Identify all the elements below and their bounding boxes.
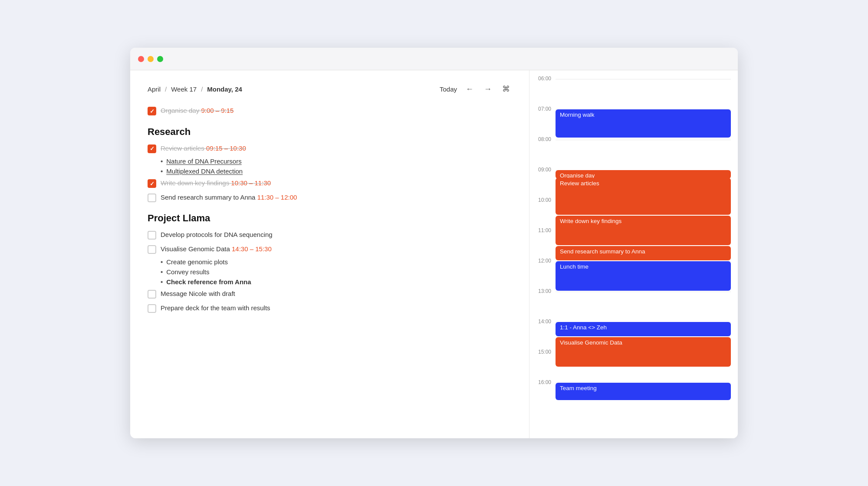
sep1: / [165,85,167,93]
nav-controls: Today ← → ⌘ [440,82,512,95]
maximize-button[interactable] [157,56,163,62]
checkbox-send-summary[interactable] [148,194,156,202]
hour-line-13 [556,292,731,292]
cal-event-morning-walk[interactable]: Morning walk [556,109,731,138]
review-articles-subitems: • Nature of DNA Precursors • Multiplexed… [161,158,512,175]
cal-event-lunch-cal[interactable]: Lunch time [556,261,731,291]
checkbox-visualise-genomic[interactable] [148,245,156,254]
task-visualise-genomic-label: Visualise Genomic Data 14:30 – 15:30 [161,244,272,254]
time-label-12: 12:00 [530,258,551,264]
task-message-nicole: Message Nicole with draft [148,289,512,299]
bullet-genomic-plots-label: Create genomic plots [166,258,228,266]
bullet-nature-dna: • Nature of DNA Precursors [161,158,512,165]
bullet-genomic-plots: • Create genomic plots [161,258,512,266]
task-send-summary: Send research summary to Anna 11:30 – 12… [148,193,512,203]
time-label-8: 08:00 [530,136,551,142]
bullet-nature-dna-label: Nature of DNA Precursors [166,158,241,165]
task-develop-protocols: Develop protocols for DNA sequencing [148,230,512,240]
time-label-16: 16:00 [530,379,551,385]
task-review-articles-label: Review articles 09:15 – 10:30 [161,144,246,154]
traffic-lights [138,56,163,62]
time-label-7: 07:00 [530,106,551,112]
section-project-llama: Project Llama [148,213,512,224]
task-organise-day-label: Organise day 9:00 – 9:15 [161,106,233,116]
time-label-11: 11:00 [530,227,551,233]
task-write-findings-label: Write down key findings 10:30 – 11:30 [161,178,271,188]
next-button[interactable]: → [482,83,493,95]
sep2: / [201,85,203,93]
task-organise-day: Organise day 9:00 – 9:15 [148,106,512,116]
close-button[interactable] [138,56,144,62]
cal-event-anna-zeh-cal[interactable]: 1:1 - Anna <> Zeh [556,322,731,336]
task-prepare-deck: Prepare deck for the team with results [148,303,512,313]
task-visualise-genomic: Visualise Genomic Data 14:30 – 15:30 [148,244,512,254]
task-organise-day-time: 9:00 – 9:15 [201,107,233,114]
breadcrumb-month[interactable]: April [148,85,161,93]
time-label-13: 13:00 [530,288,551,294]
cal-event-send-summary-cal[interactable]: Send research summary to Anna [556,246,731,260]
task-send-summary-label: Send research summary to Anna 11:30 – 12… [161,193,297,203]
time-label-6: 06:00 [530,76,551,82]
left-panel: April / Week 17 / Monday, 24 Today ← → ⌘… [130,70,529,438]
visualise-genomic-subitems: • Create genomic plots • Convey results … [161,258,512,286]
hour-line-6 [556,79,731,79]
today-button[interactable]: Today [440,85,457,93]
bullet-check-reference: • Check reference from Anna [161,278,512,286]
checkbox-write-findings[interactable] [148,179,156,188]
cal-event-team-meeting-cal[interactable]: Team meeting [556,383,731,400]
bullet-multiplexed-dna-label: Multiplexed DNA detection [166,167,243,175]
titlebar [130,48,738,70]
breadcrumb-week[interactable]: Week 17 [171,85,197,93]
bullet-check-reference-label: Check reference from Anna [166,278,251,286]
hour-line-8 [556,140,731,140]
checkbox-message-nicole[interactable] [148,290,156,299]
task-review-articles: Review articles 09:15 – 10:30 [148,144,512,154]
time-label-10: 10:00 [530,197,551,203]
time-label-15: 15:00 [530,349,551,355]
app-window: April / Week 17 / Monday, 24 Today ← → ⌘… [130,48,738,438]
right-panel: 06:0007:0008:0009:0010:0011:0012:0013:00… [529,70,738,438]
task-develop-protocols-label: Develop protocols for DNA sequencing [161,230,273,240]
bullet-convey-results: • Convey results [161,268,512,276]
checkbox-organise-day[interactable] [148,107,156,115]
task-prepare-deck-label: Prepare deck for the team with results [161,303,270,313]
time-label-9: 09:00 [530,167,551,173]
command-button[interactable]: ⌘ [500,82,512,95]
time-label-14: 14:00 [530,319,551,325]
bullet-multiplexed-dna: • Multiplexed DNA detection [161,167,512,175]
prev-button[interactable]: ← [464,83,475,95]
calendar-body-container: 06:0007:0008:0009:0010:0011:0012:0013:00… [529,70,738,417]
task-message-nicole-label: Message Nicole with draft [161,289,235,299]
breadcrumb: April / Week 17 / Monday, 24 Today ← → ⌘ [148,82,512,95]
cal-event-visualise-genomic-cal[interactable]: Visualise Genomic Data [556,337,731,367]
checkbox-review-articles[interactable] [148,144,156,153]
calendar-grid: 06:0007:0008:0009:0010:0011:0012:0013:00… [556,79,731,413]
checkbox-prepare-deck[interactable] [148,304,156,313]
task-write-findings: Write down key findings 10:30 – 11:30 [148,178,512,188]
cal-event-review-articles-cal[interactable]: Review articles [556,178,731,215]
main-content: April / Week 17 / Monday, 24 Today ← → ⌘… [130,70,738,438]
checkbox-develop-protocols[interactable] [148,231,156,240]
breadcrumb-day[interactable]: Monday, 24 [207,85,242,93]
minimize-button[interactable] [148,56,154,62]
cal-event-write-findings-cal[interactable]: Write down key findings [556,216,731,245]
section-research: Research [148,126,512,138]
bullet-convey-results-label: Convey results [166,268,209,276]
